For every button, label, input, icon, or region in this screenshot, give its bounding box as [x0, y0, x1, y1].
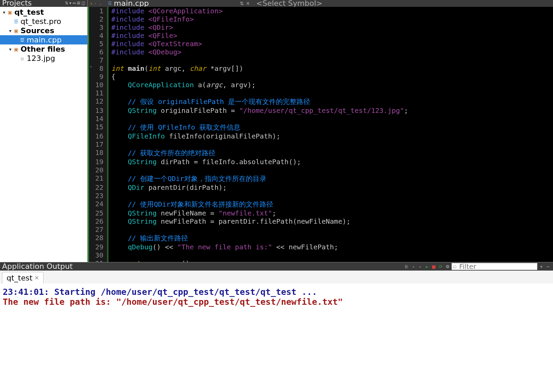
symbol-selector[interactable]: <Select Symbol> [253, 1, 553, 5]
tree-main-cpp[interactable]: ☰ main.cpp [0, 35, 87, 44]
line-number[interactable]: 12 [89, 97, 107, 106]
link-icon[interactable]: ⇔ [73, 1, 76, 5]
output-body[interactable]: 23:41:01: Starting /home/user/qt_cpp_tes… [0, 284, 553, 392]
code-line[interactable] [107, 115, 553, 123]
code-line[interactable] [107, 89, 553, 97]
settings-icon[interactable]: ⚙ [445, 264, 450, 269]
code-editor[interactable]: 1#include <QCoreApplication>2#include <Q… [88, 7, 553, 262]
expand-arrow-icon[interactable]: ▾ [1, 10, 7, 15]
next-icon[interactable]: › [417, 264, 423, 269]
code-line[interactable]: QCoreApplication a(argc, argv); [107, 81, 553, 89]
line-number[interactable]: 13 [89, 106, 107, 115]
tab-dropdown-icon[interactable]: ⇅ [240, 1, 244, 5]
code-line[interactable]: { [107, 73, 553, 81]
line-number[interactable]: 14 [89, 115, 107, 123]
line-number[interactable]: 6 [89, 48, 107, 56]
line-number[interactable]: 20 [89, 166, 107, 174]
code-line[interactable]: // 输出新文件路径 [107, 234, 553, 243]
line-number[interactable]: 26 [89, 217, 107, 225]
code-line[interactable]: QDir parentDir(dirPath); [107, 183, 553, 192]
code-line[interactable]: #include <QFileInfo> [107, 15, 553, 23]
sort-icon[interactable]: ⇅ [65, 1, 68, 5]
line-number[interactable]: 5 [89, 40, 107, 48]
code-line[interactable]: #include <QTextStream> [107, 40, 553, 48]
code-line[interactable]: #include <QDebug> [107, 48, 553, 56]
code-line[interactable] [107, 140, 553, 148]
nav-forward-icon[interactable]: › [94, 1, 97, 6]
line-number[interactable]: 28 [89, 234, 107, 243]
code-line[interactable]: qDebug() << "The new file path is:" << n… [107, 243, 553, 251]
code-line[interactable]: // 创建一个QDir对象，指向文件所在的目录 [107, 174, 553, 183]
code-line[interactable]: QString originalFilePath = "/home/user/q… [107, 106, 553, 115]
line-number[interactable]: 29 [89, 243, 107, 251]
line-number[interactable]: 4 [89, 31, 107, 40]
editor-tab[interactable]: ☰ main.cpp ⇅ ✕ [105, 1, 253, 5]
attach-icon[interactable]: ⎘ [404, 264, 409, 269]
project-tree[interactable]: ▾ ▣ qt_test ☰ qt_test.pro ▾ ▣ Sources ☰ … [0, 7, 87, 262]
expand-arrow-icon[interactable]: ▾ [8, 47, 13, 52]
code-line[interactable] [107, 166, 553, 174]
code-line[interactable]: return a.exec(); [107, 259, 553, 262]
line-number[interactable]: 2 [89, 15, 107, 23]
code-line[interactable]: // 假设 originalFilePath 是一个现有文件的完整路径 [107, 97, 553, 106]
run-icon[interactable]: ▸ [424, 264, 430, 269]
line-number[interactable]: 17 [89, 140, 107, 148]
line-number[interactable]: 19 [89, 158, 107, 166]
line-number[interactable]: 3 [89, 23, 107, 31]
tree-image-file[interactable]: ▫ 123.jpg [0, 54, 87, 63]
line-number[interactable]: 25 [89, 209, 107, 217]
line-number[interactable]: 11 [89, 89, 107, 97]
line-number[interactable]: 16 [89, 132, 107, 140]
line-number[interactable]: 7 [89, 56, 107, 64]
code-line[interactable]: #include <QCoreApplication> [107, 7, 553, 15]
line-number[interactable]: 18 [89, 148, 107, 158]
tree-sources-folder[interactable]: ▾ ▣ Sources [0, 26, 87, 35]
line-number[interactable]: 30 [89, 251, 107, 259]
zoom-in-icon[interactable]: + [539, 264, 544, 269]
code-line[interactable]: #include <QFile> [107, 31, 553, 40]
line-number[interactable]: 9 [89, 73, 107, 81]
code-line[interactable]: // 获取文件所在的绝对路径 [107, 148, 553, 158]
code-line[interactable] [107, 251, 553, 259]
tree-label: Sources [21, 26, 54, 35]
tree-project-root[interactable]: ▾ ▣ qt_test [0, 8, 87, 17]
line-number[interactable]: 27 [89, 225, 107, 234]
line-number[interactable]: 24 [89, 200, 107, 209]
filter-icon[interactable]: ▾ [70, 1, 72, 5]
filter-input[interactable] [452, 263, 537, 270]
line-number[interactable]: 1 [89, 7, 107, 15]
line-number[interactable]: 15 [89, 123, 107, 132]
tree-pro-file[interactable]: ☰ qt_test.pro [0, 17, 87, 26]
code-line[interactable]: QFileInfo fileInfo(originalFilePath); [107, 132, 553, 140]
zoom-out-icon[interactable]: − [545, 264, 551, 269]
code-line[interactable]: // 使用 QFileInfo 获取文件信息 [107, 123, 553, 132]
close-icon[interactable]: ✕ [35, 275, 39, 281]
add-icon[interactable]: ⊞ [77, 1, 80, 5]
close-icon[interactable]: ✕ [246, 1, 250, 5]
code-line[interactable]: QString dirPath = fileInfo.absolutePath(… [107, 158, 553, 166]
code-line[interactable]: QString newFileName = "newfile.txt"; [107, 209, 553, 217]
line-number[interactable]: 23 [89, 192, 107, 200]
line-number[interactable]: 22 [89, 183, 107, 192]
line-number[interactable]: 31 [89, 259, 107, 262]
line-number[interactable]: 21 [89, 174, 107, 183]
code-line[interactable]: int main(int argc, char *argv[]) [107, 64, 553, 73]
nav-back-icon[interactable]: ‹ [90, 1, 93, 6]
tree-other-folder[interactable]: ▾ ▣ Other files [0, 44, 87, 54]
expand-arrow-icon[interactable]: ▾ [8, 28, 13, 34]
code-line[interactable]: // 使用QDir对象和新文件名拼接新的文件路径 [107, 200, 553, 209]
line-number[interactable]: 8 [89, 64, 107, 73]
code-line[interactable] [107, 225, 553, 234]
code-line[interactable] [107, 192, 553, 200]
stop-icon[interactable]: ■ [431, 264, 437, 269]
rerun-icon[interactable]: ⟳ [438, 264, 443, 269]
output-tab[interactable]: qt_test ✕ [2, 272, 43, 284]
code-line[interactable] [107, 56, 553, 64]
code-line[interactable]: #include <QDir> [107, 23, 553, 31]
code-line[interactable]: QString newFilePath = parentDir.filePath… [107, 217, 553, 225]
prev-icon[interactable]: ‹ [411, 264, 416, 269]
tree-label: qt_test [14, 8, 44, 16]
nav-history-icon[interactable]: ⌄ [98, 1, 103, 6]
split-icon[interactable]: ◫ [81, 1, 85, 5]
line-number[interactable]: 10 [89, 81, 107, 89]
